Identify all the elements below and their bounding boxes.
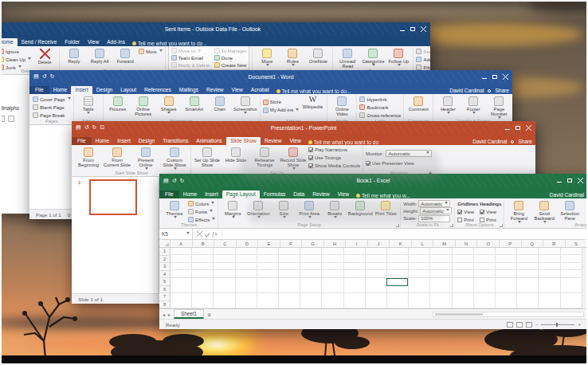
tab-review[interactable]: Review [202,86,228,94]
selected-cell[interactable] [386,278,408,286]
blank-page-button[interactable]: Blank Page [33,104,71,111]
print-titles-button[interactable]: Print Titles [374,200,398,216]
breaks-button[interactable]: Breaks [323,200,347,220]
column-header[interactable]: N [456,240,478,247]
row-header[interactable]: 4 [159,271,170,279]
share-button[interactable]: Share [518,139,532,144]
tab-home[interactable]: Home [92,137,114,145]
close-button[interactable] [421,26,426,32]
undo-icon[interactable]: ↺ [84,124,89,131]
follow-up-button[interactable]: Follow Up [386,48,410,68]
from-current-slide-button[interactable]: From Current Slide [104,147,131,167]
normal-view-icon[interactable] [507,322,513,328]
tab-file[interactable]: File [72,137,92,145]
record-slide-show-button[interactable]: Record Slide Show [280,147,307,171]
height-field[interactable]: Height:Automatic [403,207,452,214]
footer-button[interactable]: Footer [461,96,485,116]
more-button[interactable]: More [139,48,163,55]
tab-home[interactable]: Home [49,86,72,94]
tab-acrobat[interactable]: Acrobat [247,86,273,94]
save-icon[interactable]: ▤ [163,178,169,184]
tab-file[interactable]: File [159,190,179,198]
column-header[interactable]: K [390,240,412,247]
column-header[interactable]: G [302,240,324,247]
share-button[interactable]: Share [495,88,509,93]
hyperlink-button[interactable]: Hyperlink [359,96,401,103]
rehearse-timings-button[interactable]: Rehearse Timings [251,147,278,167]
fx-icon[interactable]: ƒx [212,231,218,237]
use-presenter-view-checkbox[interactable]: Use Presenter View [366,159,432,167]
quick-step-item[interactable]: Create New [214,61,247,69]
colors-button[interactable]: Colors [188,200,215,207]
tab-review[interactable]: Review [261,137,286,145]
header-button[interactable]: Header [436,96,460,116]
close-button[interactable] [503,74,508,80]
row-header[interactable]: 5 [159,278,170,286]
new-sheet-icon[interactable]: ⊕ [207,312,211,317]
cleanup-button[interactable]: Clean Up [2,56,31,63]
tellme-box[interactable]: Tell me what you want to do [308,139,378,145]
reply-all-button[interactable]: Reply All [88,48,112,64]
tab-design[interactable]: Design [135,137,159,145]
cells-area[interactable] [171,248,582,308]
smartart-button[interactable]: SmartArt [182,96,206,112]
my-addins-button[interactable]: My Add-ins [263,107,300,114]
name-box[interactable]: K5 [159,229,193,239]
tab-add-ins[interactable]: Add-Ins [103,38,129,46]
view-grid-icon[interactable] [8,116,14,122]
move-button[interactable]: Move [255,48,279,68]
delete-button[interactable]: Delete [33,48,57,65]
column-header[interactable]: P [500,240,522,247]
tab-animations[interactable]: Animations [192,137,226,145]
quick-steps-gallery[interactable]: Move to: ? To Manager Team Email Done Re… [168,46,250,70]
column-header[interactable]: S [566,240,586,247]
rules-button[interactable]: Rules [280,48,304,68]
column-header[interactable]: C [214,240,237,247]
quick-step-item[interactable]: Done [214,54,247,61]
screenshot-button[interactable]: Screenshot [233,96,257,116]
tab-home[interactable]: Home [2,38,18,46]
column-header[interactable]: Q [522,240,544,247]
formula-input[interactable] [222,229,586,239]
column-header[interactable]: M [433,240,456,247]
size-button[interactable]: Size [272,200,296,220]
zoom-in-icon[interactable]: + [578,322,581,327]
dialog-launcher-icon[interactable] [450,224,453,227]
margins-button[interactable]: Margins [221,200,245,220]
align-button[interactable]: Align [583,200,586,220]
column-header[interactable]: J [368,240,390,247]
cancel-icon[interactable] [197,231,202,237]
tab-home[interactable]: Home [179,190,202,198]
hide-slide-button[interactable]: Hide Slide [222,147,249,163]
forward-button[interactable]: Forward [113,48,137,64]
sheet-nav-left-icon[interactable]: ◂ [163,312,165,317]
tab-folder[interactable]: Folder [61,38,84,46]
restore-button[interactable] [492,75,497,79]
tab-view[interactable]: View [334,190,353,198]
use-timings-checkbox[interactable]: Use Timings [308,155,360,162]
send-backward-button[interactable]: Send Backward [532,200,556,225]
tab-view[interactable]: View [286,137,305,145]
tab-references[interactable]: References [140,86,175,94]
custom-slide-show-button[interactable]: Custom Slide Show [161,147,188,171]
monitor-dropdown[interactable]: Automatic [386,150,432,157]
tab-layout[interactable]: Layout [116,86,140,94]
user-name[interactable]: David Cardinal [550,192,584,198]
pictures-button[interactable]: Pictures [106,96,130,112]
redo-icon[interactable]: ↻ [180,178,185,184]
select-all-corner[interactable] [159,240,171,247]
tellme-box[interactable]: Tell me what you w... [356,193,410,198]
redo-icon[interactable]: ↻ [50,73,55,80]
sheet-nav-right-icon[interactable]: ▸ [168,312,171,317]
row-header[interactable]: 2 [159,256,170,264]
wikipedia-button[interactable]: WWikipedia [300,96,324,109]
present-online-button[interactable]: Present Online [132,147,159,171]
online-video-button[interactable]: Online Video [330,96,354,116]
column-header[interactable]: D [237,240,259,247]
width-field[interactable]: Width:Automatic [403,200,452,207]
set-up-slide-show-button[interactable]: Set Up Slide Show [194,147,221,167]
column-header[interactable]: A [171,240,193,247]
store-button[interactable]: Store [263,99,300,106]
zoom-slider[interactable] [541,324,574,325]
play-narrations-checkbox[interactable]: Play Narrations [308,147,360,154]
